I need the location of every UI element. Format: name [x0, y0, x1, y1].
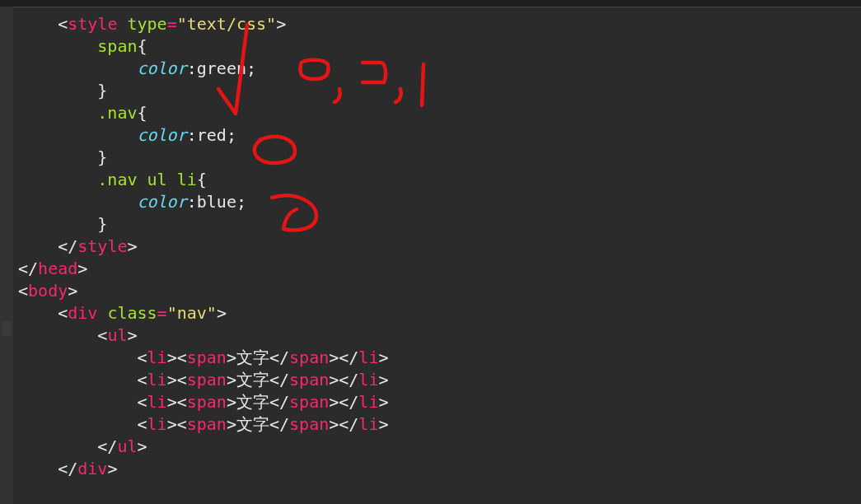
code-line[interactable]: <ul>: [18, 324, 388, 347]
token-val: green: [197, 58, 246, 78]
token-pnc: :: [187, 192, 197, 212]
code-line[interactable]: <li><span>文字</span></li>: [18, 369, 388, 391]
token-pnc: ></: [329, 414, 358, 434]
indent: [18, 302, 58, 324]
code-line[interactable]: span{: [18, 35, 388, 58]
code-line[interactable]: .nav ul li{: [18, 169, 388, 191]
token-pnc: <: [58, 14, 68, 34]
token-tag: style: [77, 236, 127, 256]
token-pnc: >: [378, 370, 388, 390]
code-line[interactable]: </div>: [18, 458, 388, 480]
indent: [18, 124, 138, 147]
token-pnc: >: [107, 459, 117, 478]
annotation-vertical-tick: [422, 64, 423, 105]
token-pnc: <: [138, 370, 147, 390]
code-line[interactable]: <style type="text/css">: [18, 13, 388, 35]
indent: [18, 213, 97, 236]
token-tag: div: [77, 459, 107, 478]
token-tag: span: [289, 370, 329, 390]
token-prop: color: [138, 192, 187, 212]
token-pnc: <: [138, 392, 147, 412]
token-tag: li: [147, 414, 167, 434]
code-line[interactable]: <li><span>文字</span></li>: [18, 413, 388, 436]
token-pnc: <: [138, 348, 147, 367]
token-txt: 文字: [236, 348, 269, 367]
token-attr: class: [107, 303, 157, 323]
indent: [18, 169, 97, 191]
code-line[interactable]: color:red;: [18, 124, 388, 147]
code-line[interactable]: color:green;: [18, 58, 388, 80]
token-pnc: >: [276, 14, 286, 34]
token-pnc: ><: [167, 392, 187, 412]
code-line[interactable]: }: [18, 80, 388, 102]
token-tag: li: [147, 392, 167, 412]
indent: [18, 413, 138, 436]
tab-bar: [0, 0, 861, 7]
annotation-comma-b: [395, 89, 401, 102]
token-val: blue: [197, 192, 236, 212]
token-pnc: ></: [329, 392, 358, 412]
indent: [18, 369, 138, 391]
token-pnc: ><: [167, 370, 187, 390]
token-pnc: }: [97, 147, 107, 167]
token-pnc: ></: [329, 348, 358, 367]
code-line[interactable]: </head>: [18, 258, 388, 280]
token-pnc: :: [187, 58, 197, 78]
indent: [18, 13, 58, 35]
token-pnc: >: [217, 303, 227, 323]
token-str: "text/css": [177, 14, 276, 34]
token-pnc: >: [227, 348, 236, 367]
indent: [18, 391, 138, 413]
token-pnc: >: [378, 414, 388, 434]
code-line[interactable]: </style>: [18, 236, 388, 258]
token-pnc: </: [58, 236, 77, 256]
code-line[interactable]: <li><span>文字</span></li>: [18, 391, 388, 413]
token-tag: span: [187, 348, 227, 367]
token-txt: [97, 303, 107, 323]
code-editor-content[interactable]: <style type="text/css"> span{ color:gree…: [18, 13, 388, 480]
token-pnc: >: [127, 236, 137, 256]
token-pnc: >: [68, 281, 77, 301]
code-line[interactable]: color:blue;: [18, 191, 388, 213]
code-line[interactable]: </ul>: [18, 436, 388, 458]
token-op: =: [157, 303, 167, 323]
token-pnc: </: [97, 436, 117, 456]
token-tag: span: [289, 392, 329, 412]
token-attr: type: [127, 14, 166, 34]
token-pnc: ><: [167, 414, 187, 434]
code-line[interactable]: }: [18, 213, 388, 236]
token-pnc: </: [269, 414, 289, 434]
token-pnc: ;: [246, 58, 256, 78]
code-line[interactable]: .nav{: [18, 102, 388, 124]
token-pnc: ;: [236, 192, 246, 212]
code-line[interactable]: <li><span>文字</span></li>: [18, 347, 388, 369]
token-tag: ul: [117, 436, 137, 456]
token-tag: li: [358, 414, 378, 434]
code-line[interactable]: <body>: [18, 280, 388, 302]
token-pnc: <: [58, 303, 68, 323]
token-pnc: <: [18, 281, 28, 301]
token-pnc: <: [138, 414, 147, 434]
token-pnc: </: [269, 370, 289, 390]
token-tag: span: [289, 414, 329, 434]
token-sel: .nav: [97, 103, 137, 123]
token-val: red: [197, 125, 227, 145]
token-pnc: }: [97, 214, 107, 234]
token-op: =: [167, 14, 177, 34]
token-pnc: {: [197, 170, 207, 189]
indent: [18, 80, 97, 102]
indent: [18, 236, 58, 258]
token-pnc: }: [97, 81, 107, 100]
code-line[interactable]: <div class="nav">: [18, 302, 388, 324]
token-pnc: </: [18, 259, 38, 278]
token-tag: body: [28, 281, 68, 301]
token-pnc: </: [269, 392, 289, 412]
token-pnc: >: [138, 436, 147, 456]
token-tag: style: [68, 14, 117, 34]
indent: [18, 324, 97, 347]
token-txt: 文字: [236, 370, 269, 390]
token-tag: span: [187, 370, 227, 390]
token-tag: li: [147, 348, 167, 367]
token-sel: .nav ul li: [97, 170, 196, 189]
code-line[interactable]: }: [18, 147, 388, 169]
